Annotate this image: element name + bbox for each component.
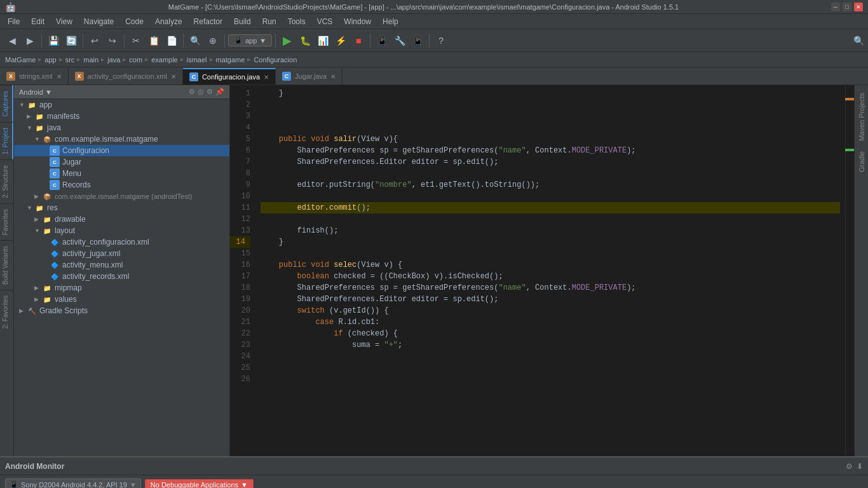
close-button[interactable]: ✕ [854,3,863,11]
tree-item-manifests[interactable]: ▶ 📁 manifests [14,111,229,122]
app-icon: 🤖 [5,2,16,12]
breadcrumb-sep-3: ▸ [101,55,105,64]
tree-item-records[interactable]: C Records [14,179,229,191]
toolbar-back-button[interactable]: ◀ [4,32,20,49]
tree-icon-mipmap: 📁 [42,283,52,293]
toolbar-undo-button[interactable]: ↩ [86,32,103,49]
menu-item-navigate[interactable]: Navigate [79,16,119,27]
menu-item-view[interactable]: View [51,16,78,27]
run-button[interactable]: ▶ [279,32,295,49]
code-content[interactable]: } public void salir(View v){ SharedPrefe… [255,85,845,456]
menu-item-analyze[interactable]: Analyze [150,16,187,27]
phone-button[interactable]: 📱 [409,32,426,49]
toolbar-paste-button[interactable]: 📄 [163,32,180,49]
tree-item-layout[interactable]: ▼ 📁 layout [14,225,229,236]
toolbar-redo-button[interactable]: ↪ [104,32,121,49]
tree-item-act-rec[interactable]: 🔷 activity_records.xml [14,271,229,282]
project-panel-title: Android ▼ [19,88,52,96]
toolbar-sep-6 [275,34,276,48]
tree-item-mipmap[interactable]: ▶ 📁 mipmap [14,282,229,294]
menu-item-edit[interactable]: Edit [26,16,50,27]
breadcrumb-item-8[interactable]: matgame [216,56,245,64]
tree-item-drawable[interactable]: ▶ 📁 drawable [14,214,229,225]
left-label-2-favorites[interactable]: 2: Favorites [0,290,13,334]
breadcrumb-item-7[interactable]: ismael [187,56,207,64]
minimize-button[interactable]: ─ [831,3,840,11]
tree-item-act-men[interactable]: 🔷 activity_menu.xml [14,259,229,271]
help-button[interactable]: ? [433,32,449,49]
tree-item-act-conf[interactable]: 🔷 activity_configuracion.xml [14,236,229,248]
monitor-download-icon[interactable]: ⬇ [857,462,863,471]
menu-item-run[interactable]: Run [257,16,281,27]
breadcrumb-item-5[interactable]: com [129,56,142,64]
tree-item-package-test[interactable]: ▶ 📦 com.example.ismael.matgame (androidT… [14,191,229,202]
tab-close-jugar[interactable]: ✕ [330,73,336,80]
tree-item-menu[interactable]: C Menu [14,168,229,179]
tree-item-configuracion[interactable]: C Configuracion [14,145,229,156]
menu-item-code[interactable]: Code [120,16,149,27]
menu-item-tools[interactable]: Tools [283,16,311,27]
tree-item-gradle[interactable]: ▶ 🔨 Gradle Scripts [14,305,229,316]
tab-activity_conf[interactable]: Xactivity_configuracion.xml✕ [69,68,183,85]
menu-item-help[interactable]: Help [377,16,403,27]
menu-item-build[interactable]: Build [229,16,256,27]
left-label-captures[interactable]: Captures [0,85,13,122]
toolbar-find-button[interactable]: ⊕ [205,32,221,49]
breadcrumb-item-4[interactable]: java [107,56,120,64]
toolbar-copy-button[interactable]: 📋 [146,32,162,49]
breadcrumb-item-3[interactable]: main [83,56,98,64]
tree-item-java[interactable]: ▼ 📁 java [14,122,229,133]
tree-arrow-package-main: ▼ [34,136,42,142]
left-label-project[interactable]: 1: Project [0,122,13,159]
avd-button[interactable]: 📱 [374,32,390,49]
monitor-settings-icon[interactable]: ⚙ [846,462,853,471]
menu-item-window[interactable]: Window [339,16,376,27]
menu-item-file[interactable]: File [3,16,25,27]
stop-button[interactable]: ■ [350,32,367,49]
gradle-tab[interactable]: Gradle [856,146,867,177]
left-label-favorites[interactable]: Favorites [0,203,13,240]
toolbar-search-button[interactable]: 🔍 [187,32,203,49]
tree-item-app[interactable]: ▼ 📁 app [14,99,229,111]
menu-item-vcs[interactable]: VCS [312,16,338,27]
menu-item-refactor[interactable]: Refactor [189,16,227,27]
tree-item-act-jug[interactable]: 🔷 activity_jugar.xml [14,248,229,259]
sdk-button[interactable]: 🔧 [391,32,408,49]
app-selector-monitor[interactable]: No Debuggable Applications ▼ [145,479,254,489]
breadcrumb-item-9[interactable]: Configuracion [254,56,297,64]
toolbar-sync-button[interactable]: 🔄 [63,32,79,49]
project-gear-icon[interactable]: ⚙ [207,88,213,96]
breadcrumb-item-2[interactable]: src [65,56,75,64]
toolbar-forward-button[interactable]: ▶ [22,32,38,49]
profile-button[interactable]: ⚡ [332,32,349,49]
coverage-button[interactable]: 📊 [315,32,331,49]
breadcrumb-item-6[interactable]: example [151,56,178,64]
project-scroll-icon[interactable]: ◎ [198,88,204,96]
tab-close-configuracion[interactable]: ✕ [264,74,269,81]
breadcrumb-item-1[interactable]: app [44,56,56,64]
tab-close-activity_conf[interactable]: ✕ [171,73,176,80]
toolbar-cut-button[interactable]: ✂ [128,32,144,49]
maximize-button[interactable]: □ [843,3,851,11]
maven-projects-tab[interactable]: Maven Projects [856,88,867,146]
tab-configuracion[interactable]: CConfiguracion.java✕ [183,68,276,85]
tab-strings[interactable]: Xstrings.xml✕ [0,68,69,85]
project-settings-icon[interactable]: ⚙ [189,88,195,96]
app-selector[interactable]: 📱 app ▼ [228,34,272,46]
global-search-icon[interactable]: 🔍 [853,36,864,46]
tree-item-package-main[interactable]: ▼ 📦 com.example.ismael.matgame [14,133,229,145]
tab-jugar[interactable]: CJugar.java✕ [276,68,342,85]
debug-button[interactable]: 🐛 [297,32,313,49]
tree-item-jugar[interactable]: C Jugar [14,156,229,168]
project-pin-icon[interactable]: 📌 [215,88,224,96]
tree-icon-act-jug: 🔷 [50,248,60,259]
breadcrumb-item-0[interactable]: MatGame [5,56,36,64]
left-label-build-variants[interactable]: Build Variants [0,240,13,290]
device-selector[interactable]: 📱 Sony D2004 Android 4.4.2, API 19 ▼ [5,478,141,488]
toolbar-save-button[interactable]: 💾 [45,32,62,49]
tree-item-res[interactable]: ▼ 📁 res [14,202,229,214]
tree-label-gradle: Gradle Scripts [39,306,88,315]
left-label-structure[interactable]: 2: Structure [0,159,13,203]
tree-item-values[interactable]: ▶ 📁 values [14,294,229,305]
tab-close-strings[interactable]: ✕ [57,73,62,80]
